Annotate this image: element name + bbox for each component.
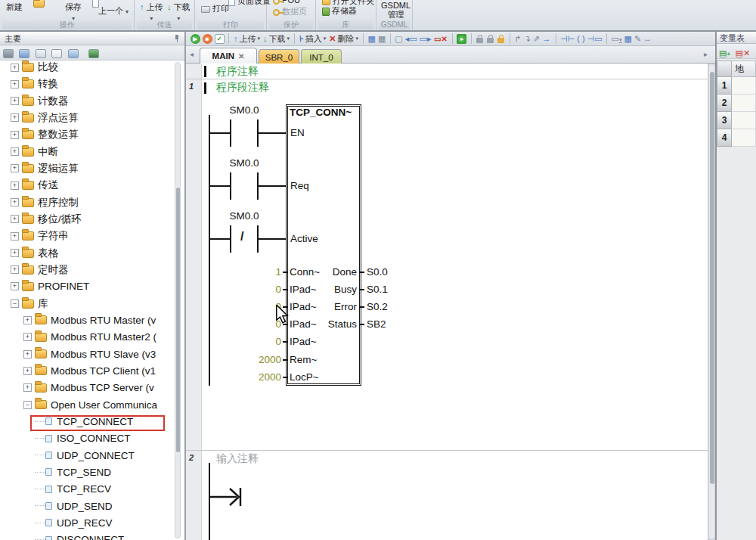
view-icon-6[interactable] [88, 49, 99, 58]
view-icon-3[interactable] [36, 49, 46, 58]
upload-ribbon-button[interactable]: ↑ 上传▾ [140, 2, 163, 22]
contact-icon[interactable]: ⊣⊢ [560, 34, 575, 44]
branch-merge-icon[interactable]: ⇗ [533, 34, 540, 44]
program-status-button[interactable]: ✓ [215, 34, 225, 44]
insert-row-icon[interactable]: ▤+ [719, 48, 730, 58]
variable-table-row[interactable]: 2 [717, 95, 756, 112]
tree-item-modbus-tcp-server-v[interactable]: +Modbus TCP Server (v [0, 381, 174, 398]
folder-close-icon[interactable]: ▭✕ [434, 35, 448, 43]
tree-item--[interactable]: +中断 [0, 145, 174, 162]
open-button[interactable] [33, 0, 45, 8]
delete-row-icon[interactable]: ▤✕ [736, 48, 751, 58]
network1-comment[interactable]: 程序段注释 [216, 81, 269, 95]
branch-up-icon[interactable]: ↱ [514, 34, 521, 44]
view-icon-5[interactable] [68, 49, 79, 58]
gsdml-manage-button[interactable]: GSDML管理 [381, 1, 411, 19]
tree-item--[interactable]: +定时器 [0, 263, 174, 280]
print-button[interactable]: 打印 [201, 3, 229, 14]
tree-item--[interactable]: +比较 [0, 61, 174, 77]
page-setup-button[interactable]: 页面设置 [228, 0, 271, 7]
input-value[interactable]: 0 [230, 318, 281, 330]
tree-item-modbus-rtu-master-v[interactable]: +Modbus RTU Master (v [0, 314, 174, 331]
pou-protect-button[interactable]: POU [273, 0, 300, 5]
address-cell[interactable] [732, 95, 756, 112]
contact-bar-left[interactable] [230, 172, 231, 200]
tree-item-modbus-tcp-client-v1[interactable]: +Modbus TCP Client (v1 [0, 365, 174, 381]
folder-forward-icon[interactable]: ▭▸ [420, 34, 432, 44]
memory-button[interactable]: 存储器 [322, 5, 357, 17]
variable-table-row[interactable]: 1 [717, 77, 756, 95]
expand-icon[interactable]: + [23, 367, 32, 375]
output-operand[interactable]: S0.0 [367, 266, 388, 278]
tree-item--[interactable]: +转换 [0, 77, 174, 94]
expand-icon[interactable]: + [11, 97, 19, 105]
expand-icon[interactable]: + [11, 198, 19, 206]
expand-icon[interactable]: + [23, 350, 32, 358]
tree-item-modbus-rtu-slave-v3[interactable]: +Modbus RTU Slave (v3 [0, 348, 174, 365]
expand-icon[interactable]: + [11, 182, 19, 190]
collapse-icon[interactable]: − [11, 299, 19, 308]
collapse-icon[interactable]: − [23, 401, 32, 409]
box-instruction-icon[interactable]: ⊣▭ [587, 34, 603, 44]
tree-item--[interactable]: +整数运算 [0, 128, 174, 144]
input-value[interactable]: 2000 [230, 371, 281, 383]
tree-item-tcp-recv[interactable]: TCP_RECV [0, 483, 174, 499]
variable-table-row[interactable]: 4 [717, 129, 756, 147]
wire-right-icon[interactable]: → [543, 34, 551, 43]
editor-scrollbar[interactable] [708, 64, 715, 540]
oval-icon[interactable]: ▭▾ [612, 34, 622, 44]
expand-icon[interactable]: + [11, 147, 19, 156]
new-button[interactable]: 新建 [6, 2, 23, 13]
tree-item--[interactable]: +字符串 [0, 229, 174, 246]
row-number[interactable]: 1 [717, 77, 732, 95]
variable-table-row[interactable]: 3 [717, 112, 756, 129]
tab-scroll-left-icon[interactable]: ◂ [190, 50, 194, 58]
contact-operand[interactable]: SM0.0 [220, 210, 268, 222]
tree-item--[interactable]: +逻辑运算 [0, 162, 174, 178]
tree-item-udp-recv[interactable]: UDP_RECV [0, 517, 174, 533]
tree-scrollbar[interactable] [175, 62, 181, 538]
output-operand[interactable]: S0.2 [367, 301, 388, 312]
view-icon-2[interactable] [19, 49, 29, 58]
view-icon-4[interactable] [51, 49, 62, 58]
input-value[interactable]: 1 [230, 266, 281, 278]
input-value[interactable]: 2000 [230, 354, 281, 365]
expand-icon[interactable]: + [11, 282, 19, 290]
tab-close-icon[interactable]: ✕ [238, 52, 244, 61]
expand-icon[interactable]: + [11, 232, 19, 241]
row-number[interactable]: 3 [717, 112, 732, 129]
tree-item-open-user-communica[interactable]: −Open User Communica [0, 399, 174, 415]
tab-sbr0[interactable]: SBR_0 [259, 49, 299, 64]
tree-item-tcp-send[interactable]: TCP_SEND [0, 466, 174, 483]
window-icon[interactable]: ▦ [378, 34, 386, 44]
folder-back-icon[interactable]: ◂▭ [405, 34, 417, 44]
data-page-button[interactable]: 数据页 [273, 6, 307, 17]
expand-icon[interactable]: + [11, 249, 19, 257]
download-ribbon-button[interactable]: ↓ 下载▾ [167, 2, 191, 22]
tree-item--[interactable]: +程序控制 [0, 196, 174, 213]
row-number[interactable]: 2 [717, 95, 732, 112]
contact-operand[interactable]: SM0.0 [220, 104, 268, 116]
expand-icon[interactable]: + [11, 164, 19, 172]
insert-button[interactable]: ⊦插入▾ [299, 33, 326, 45]
output-operand[interactable]: SB2 [367, 318, 386, 330]
tree-item--[interactable]: −库 [0, 297, 174, 314]
input-value[interactable]: 0 [230, 284, 281, 295]
program-comment[interactable]: 程序注释 [216, 65, 259, 79]
coil-icon[interactable]: ( ) [577, 34, 584, 43]
tree-item-iso-connect[interactable]: ISO_CONNECT [0, 432, 174, 448]
input-value[interactable]: 0 [230, 336, 281, 347]
tab-main[interactable]: MAIN✕ [200, 48, 257, 64]
address-grid-icon[interactable]: ▦ [624, 34, 632, 44]
expand-icon[interactable]: + [11, 64, 19, 72]
address-cell[interactable] [732, 77, 756, 95]
expand-icon[interactable]: + [23, 333, 32, 341]
expand-icon[interactable]: + [23, 383, 32, 392]
tree-item--[interactable]: +传送 [0, 178, 174, 195]
bookends-icon[interactable]: ↔ [643, 34, 652, 43]
expand-icon[interactable]: + [11, 80, 19, 88]
lock2-icon[interactable] [487, 38, 494, 43]
previous-button[interactable]: 上一个 ▾ [98, 5, 129, 17]
edit-icon[interactable]: ✎ [634, 34, 641, 44]
download-button[interactable]: ↓下载▾ [263, 33, 290, 45]
